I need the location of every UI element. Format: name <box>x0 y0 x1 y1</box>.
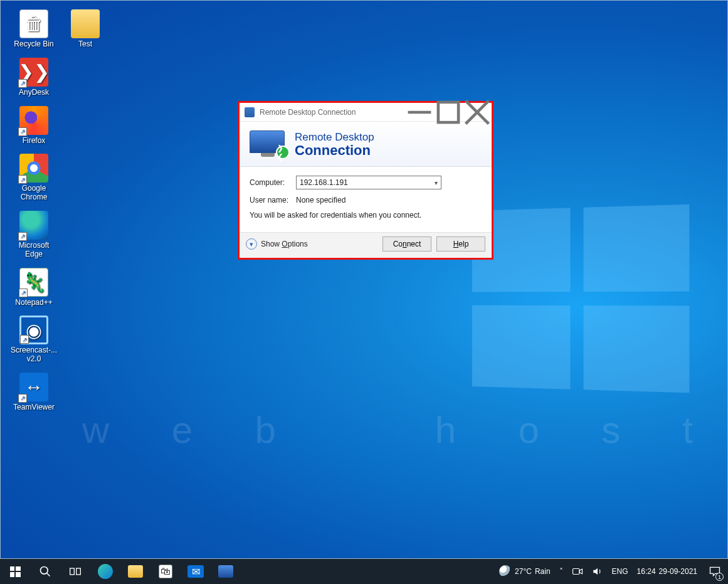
chevron-up-icon: ˄ <box>559 567 563 576</box>
taskbar-app-mail[interactable]: ✉ <box>181 559 211 584</box>
taskbar-app-edge[interactable] <box>90 559 120 584</box>
desktop-icon-microsoft-edge[interactable]: ↗Microsoft Edge <box>9 211 58 259</box>
shortcut-arrow-icon: ↗ <box>19 289 28 297</box>
computer-label: Computer: <box>250 178 296 187</box>
notepad-pp-icon: 🦎↗ <box>19 268 48 297</box>
weather-widget[interactable]: 27°C Rain <box>495 559 555 584</box>
desktop-icon-notepad-pp[interactable]: 🦎↗Notepad++ <box>9 268 58 307</box>
desktop-icon-teamviewer[interactable]: ↔↗TeamViewer <box>9 373 58 412</box>
rdc-highlight-frame: Remote Desktop Connection ❯❮ Remote Desk <box>238 101 493 260</box>
svg-rect-4 <box>572 569 579 575</box>
taskbar-app-store[interactable]: 🛍 <box>150 559 181 584</box>
google-chrome-icon: ↗ <box>19 154 48 183</box>
folder-test-icon <box>71 9 100 38</box>
shortcut-arrow-icon: ↗ <box>18 127 27 136</box>
windows-logo-icon <box>10 566 21 577</box>
icon-label: Test <box>61 40 110 49</box>
clock-date: 29-09-2021 <box>659 567 697 576</box>
system-tray: 27°C Rain ˄ ENG 16:24 29-09-2021 1 <box>495 559 728 584</box>
shortcut-arrow-icon: ↗ <box>18 394 27 403</box>
tray-meet-now[interactable] <box>567 559 588 584</box>
computer-value: 192.168.1.191 <box>300 178 348 187</box>
desktop-icon-anydesk[interactable]: ❯❯↗AnyDesk <box>9 58 58 97</box>
desktop-icons-col2: Test <box>61 9 110 49</box>
rdc-icon <box>218 565 233 578</box>
icon-label: Microsoft Edge <box>9 242 58 259</box>
show-options-label: Show Options <box>261 240 308 248</box>
show-options-toggle[interactable]: ▾ Show Options <box>246 238 308 250</box>
mail-icon: ✉ <box>187 565 204 578</box>
desktop: w e b h o s t i n g 🗑Recycle Bin❯❯↗AnyDe… <box>0 0 728 559</box>
microsoft-edge-icon: ↗ <box>19 211 48 240</box>
recycle-bin-icon: 🗑 <box>19 9 48 38</box>
computer-combobox[interactable]: 192.168.1.191 ▾ <box>296 176 441 189</box>
desktop-icons-col1: 🗑Recycle Bin❯❯↗AnyDesk↗Firefox↗Google Ch… <box>9 9 58 412</box>
lang-text: ENG <box>612 567 628 576</box>
maximize-button[interactable] <box>434 103 463 122</box>
weather-temp: 27°C <box>515 567 532 576</box>
chevron-down-icon: ▾ <box>435 179 438 186</box>
minimize-button[interactable] <box>405 103 434 122</box>
tray-clock[interactable]: 16:24 29-09-2021 <box>633 559 702 584</box>
search-icon <box>39 565 51 578</box>
icon-label: Recycle Bin <box>9 40 58 49</box>
anydesk-icon: ❯❯↗ <box>19 58 48 87</box>
chevron-down-circle-icon: ▾ <box>246 238 257 250</box>
rdc-banner-icon: ❯❮ <box>250 130 286 158</box>
icon-label: Google Chrome <box>9 184 58 202</box>
icon-label: Notepad++ <box>9 299 58 307</box>
clock-time: 16:24 <box>637 567 656 576</box>
svg-rect-0 <box>438 102 458 122</box>
firefox-icon: ↗ <box>19 106 48 135</box>
desktop-icon-recycle-bin[interactable]: 🗑Recycle Bin <box>9 9 58 49</box>
connect-button[interactable]: Connect <box>382 236 431 252</box>
task-view-button[interactable] <box>60 559 90 584</box>
username-label: User name: <box>250 196 296 204</box>
search-button[interactable] <box>30 559 60 584</box>
remote-desktop-window: Remote Desktop Connection ❯❮ Remote Desk <box>240 103 492 258</box>
meet-now-icon <box>572 566 583 577</box>
banner-line1: Remote Desktop <box>295 131 374 144</box>
username-value: None specified <box>296 196 346 204</box>
taskbar: 🛍 ✉ 27°C Rain ˄ ENG 16:24 29-09-2021 1 <box>0 559 728 584</box>
icon-label: Firefox <box>9 137 58 146</box>
notification-badge: 1 <box>715 573 724 581</box>
rdc-banner: ❯❮ Remote Desktop Connection <box>240 122 492 167</box>
task-view-icon <box>69 565 82 578</box>
titlebar[interactable]: Remote Desktop Connection <box>240 103 492 122</box>
taskbar-app-rdc[interactable] <box>211 559 241 584</box>
tray-overflow[interactable]: ˄ <box>555 559 567 584</box>
tray-volume[interactable] <box>588 559 608 584</box>
help-button[interactable]: Help <box>436 236 485 252</box>
taskbar-app-explorer[interactable] <box>120 559 150 584</box>
screencast-icon: ◉↗ <box>19 316 48 344</box>
desktop-icon-google-chrome[interactable]: ↗Google Chrome <box>9 154 58 202</box>
action-center-button[interactable]: 1 <box>702 559 728 584</box>
shortcut-arrow-icon: ↗ <box>20 335 29 344</box>
icon-label: AnyDesk <box>9 88 58 97</box>
desktop-icon-screencast[interactable]: ◉↗Screencast-... v2.0 <box>9 316 58 364</box>
teamviewer-icon: ↔↗ <box>19 373 48 401</box>
svg-point-1 <box>41 567 48 575</box>
svg-rect-2 <box>70 568 75 575</box>
credentials-note: You will be asked for credentials when y… <box>250 211 482 220</box>
file-explorer-icon <box>128 565 143 578</box>
watermark-text: w e b h o s t i n g <box>82 408 728 452</box>
close-button[interactable] <box>463 103 492 122</box>
windows-logo-watermark <box>472 204 689 393</box>
volume-icon <box>592 566 603 577</box>
desktop-icon-folder-test[interactable]: Test <box>61 9 110 49</box>
tray-language[interactable]: ENG <box>608 559 633 584</box>
icon-label: TeamViewer <box>9 403 58 412</box>
weather-icon <box>499 565 512 578</box>
edge-icon <box>98 564 113 579</box>
desktop-icon-firefox[interactable]: ↗Firefox <box>9 106 58 146</box>
banner-line2: Connection <box>295 144 374 157</box>
rdc-titlebar-icon <box>245 107 255 117</box>
store-icon: 🛍 <box>159 565 172 578</box>
start-button[interactable] <box>0 559 30 584</box>
icon-label: Screencast-... v2.0 <box>9 346 58 364</box>
window-title: Remote Desktop Connection <box>260 108 405 117</box>
shortcut-arrow-icon: ↗ <box>18 79 27 88</box>
svg-rect-3 <box>76 568 81 575</box>
